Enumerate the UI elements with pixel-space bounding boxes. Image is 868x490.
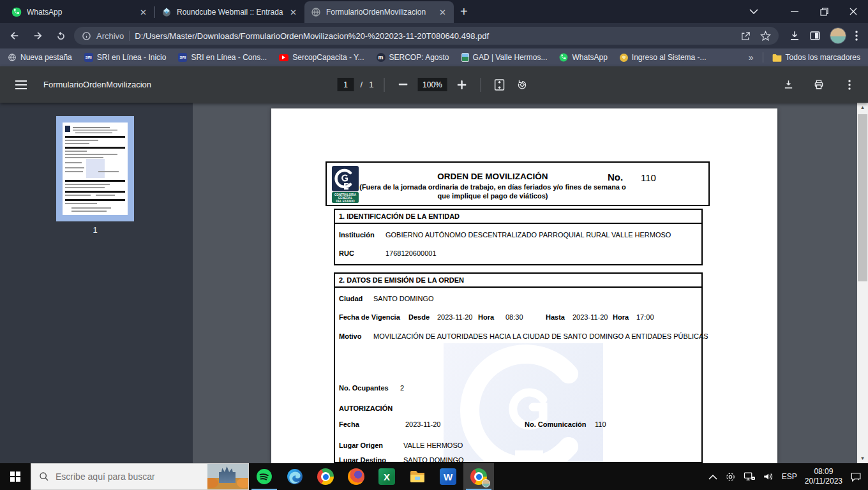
bookmark-sri-inicio[interactable]: SRI SRI en Línea - Inicio <box>84 53 167 62</box>
hasta-value: 2023-11-20 <box>572 313 608 321</box>
vigencia-label: Fecha de Vigencia <box>339 313 400 321</box>
pdf-download-icon[interactable] <box>780 77 797 93</box>
hasta-label: Hasta <box>546 313 565 321</box>
tray-date: 20/11/2023 <box>805 477 842 486</box>
tab-title: FormularioOrdenMovilizacion <box>326 8 433 17</box>
start-button[interactable] <box>0 463 31 490</box>
whatsapp-icon <box>11 7 22 17</box>
zoom-level-value[interactable]: 100% <box>417 78 447 91</box>
section1-header: 1. IDENTIFICACIÓN DE LA ENTIDAD <box>335 210 701 224</box>
page-number-input[interactable] <box>338 78 354 91</box>
taskbar-search-box[interactable] <box>31 463 249 490</box>
bookmark-sercop-agosto[interactable]: m SERCOP: Agosto <box>377 53 449 62</box>
close-tab-icon[interactable]: ✕ <box>288 8 298 17</box>
network-icon[interactable] <box>744 471 755 482</box>
origen-value: VALLE HERMOSO <box>403 442 463 449</box>
new-tab-button[interactable]: + <box>460 4 468 19</box>
destino-label: Lugar Destino <box>339 456 386 463</box>
fecha-label: Fecha <box>339 420 359 428</box>
address-bar[interactable]: Archivo D:/Users/Master/Downloads/Formul… <box>74 27 779 45</box>
spotify-icon <box>256 468 273 485</box>
pdf-print-icon[interactable] <box>811 77 827 93</box>
volume-icon[interactable] <box>763 471 774 482</box>
search-highlight-image[interactable] <box>207 464 248 489</box>
minimize-button[interactable] <box>780 0 809 23</box>
menu-kebab-icon[interactable] <box>855 31 858 41</box>
all-bookmarks-button[interactable]: Todos los marcadores <box>772 53 860 62</box>
reload-button[interactable] <box>51 26 70 45</box>
pdf-page: CONTRALORÍA GENERAL DEL ESTADO ORDEN DE … <box>271 108 777 463</box>
tray-expand-icon[interactable] <box>708 474 717 480</box>
tab-search-icon[interactable] <box>739 0 768 23</box>
form-section-datos-emision: 2. DATOS DE EMISIÓN DE LA ORDEN Ciudad S… <box>334 272 703 463</box>
form-no-value: 110 <box>641 172 656 183</box>
forward-button[interactable] <box>28 26 47 45</box>
edge-icon <box>287 468 303 485</box>
pdf-scrollbar[interactable]: ▲ ▼ <box>857 103 868 463</box>
taskbar-app-chrome[interactable] <box>310 463 341 490</box>
tab-title: WhatsApp <box>27 8 133 17</box>
page-thumbnail-selected[interactable] <box>56 116 134 221</box>
thumbnail-page-number: 1 <box>56 225 134 235</box>
restore-button[interactable] <box>809 0 839 23</box>
bookmark-gad-valle-hermoso[interactable]: GAD | Valle Hermos... <box>461 53 548 62</box>
taskbar-app-word[interactable]: W <box>433 463 463 490</box>
scroll-up-icon[interactable]: ▲ <box>857 103 868 112</box>
bookmark-ingreso-sistema[interactable]: Ingreso al Sistema -... <box>620 53 707 62</box>
whatsapp-icon <box>559 53 568 62</box>
bookmark-sercopcapacita[interactable]: SercopCapacita - Y... <box>279 53 364 62</box>
thumbnail-page-preview <box>63 122 128 215</box>
bookmark-star-icon[interactable] <box>760 31 771 41</box>
ecuador-emblem-icon <box>620 54 628 62</box>
pdf-menu-icon[interactable] <box>13 77 29 93</box>
form-section-identificacion: 1. IDENTIFICACIÓN DE LA ENTIDAD Instituc… <box>334 209 703 265</box>
bookmark-whatsapp[interactable]: WhatsApp <box>559 53 607 62</box>
taskbar-app-file-explorer[interactable] <box>402 463 433 490</box>
taskbar-app-firefox[interactable] <box>341 463 371 490</box>
action-center-icon[interactable] <box>850 471 862 482</box>
snip-tool-icon[interactable] <box>725 471 736 482</box>
scroll-down-icon[interactable]: ▼ <box>857 454 868 463</box>
language-indicator[interactable]: ESP <box>782 472 797 481</box>
chrome-icon <box>317 468 334 485</box>
share-icon[interactable] <box>740 31 751 41</box>
scrollbar-thumb[interactable] <box>858 114 867 281</box>
tab-formulario-active[interactable]: FormularioOrdenMovilizacion ✕ <box>304 1 454 23</box>
taskbar-app-edge[interactable] <box>280 463 310 490</box>
bookmarks-overflow-button[interactable]: » <box>749 52 754 63</box>
close-tab-icon[interactable]: ✕ <box>438 8 447 17</box>
motivo-value: MOVILIZACIÓN DE AUTORIDADES HACIA LA CIU… <box>373 332 708 340</box>
pdf-toolbar: FormularioOrdenMovilizacion / 1 100% <box>0 66 868 103</box>
taskbar-app-excel[interactable]: X <box>371 463 402 490</box>
zoom-out-button[interactable] <box>394 77 411 93</box>
ciudad-value: SANTO DOMINGO <box>373 295 434 302</box>
info-icon[interactable] <box>82 31 91 41</box>
bookmark-nueva-pestana[interactable]: Nueva pestaña <box>8 53 72 62</box>
taskbar-app-spotify[interactable] <box>249 463 280 490</box>
page-separator: / <box>361 80 363 89</box>
back-button[interactable] <box>5 26 24 45</box>
bookmark-sri-consultas[interactable]: SRI SRI en Línea - Cons... <box>178 53 267 62</box>
side-panel-icon[interactable] <box>809 30 821 41</box>
rotate-icon[interactable] <box>514 77 530 93</box>
close-tab-icon[interactable]: ✕ <box>138 8 148 17</box>
fit-page-icon[interactable] <box>491 77 507 93</box>
tab-whatsapp[interactable]: WhatsApp ✕ <box>5 1 154 23</box>
url-scheme-label: Archivo <box>96 31 124 41</box>
taskbar-app-chrome-active[interactable] <box>463 463 494 490</box>
comunicacion-label: No. Comunicación <box>525 420 587 428</box>
tray-clock[interactable]: 08:09 20/11/2023 <box>805 467 842 486</box>
sri-icon: SRI <box>178 53 187 62</box>
institucion-label: Institución <box>339 231 375 239</box>
profile-avatar[interactable] <box>830 27 846 44</box>
fecha-value: 2023-11-20 <box>405 420 440 428</box>
pdf-more-options-icon[interactable] <box>841 77 858 93</box>
folder-icon <box>772 54 782 62</box>
zoom-in-button[interactable] <box>453 77 470 93</box>
tab-roundcube[interactable]: Roundcube Webmail :: Entrada ✕ <box>155 1 304 23</box>
url-text[interactable]: D:/Users/Master/Downloads/FormularioOrde… <box>135 31 735 41</box>
origen-label: Lugar Origen <box>339 442 383 449</box>
downloads-icon[interactable] <box>789 30 800 41</box>
search-input[interactable] <box>56 471 183 482</box>
close-window-button[interactable] <box>839 0 868 23</box>
